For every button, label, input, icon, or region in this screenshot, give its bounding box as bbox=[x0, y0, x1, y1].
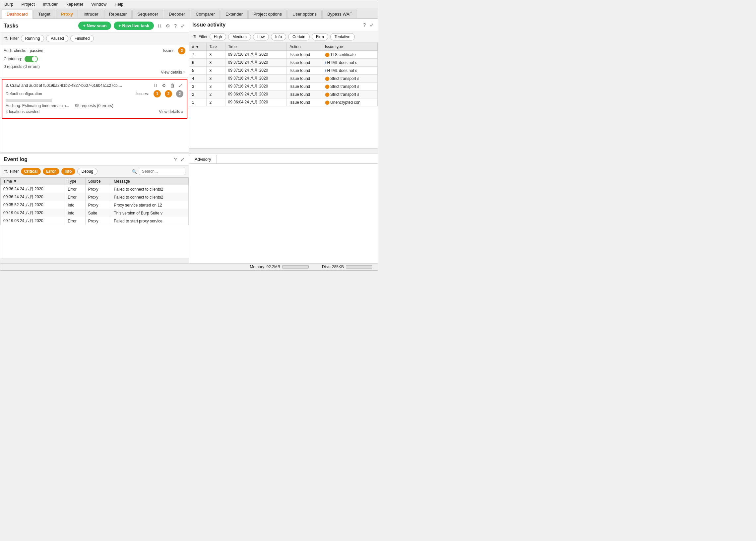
tab-dashboard[interactable]: Dashboard bbox=[2, 10, 33, 19]
event-log-row[interactable]: 09:35:52 24 八月 2020 Info Proxy Proxy ser… bbox=[1, 201, 189, 209]
tasks-filter-finished[interactable]: Finished bbox=[70, 35, 94, 42]
issue-activity-row[interactable]: 7 3 09:37:16 24 八月 2020 Issue found ⬤ TL… bbox=[189, 51, 378, 59]
event-log-row[interactable]: 09:19:04 24 八月 2020 Info Suite This vers… bbox=[1, 209, 189, 217]
menu-project[interactable]: Project bbox=[20, 1, 36, 7]
task-crawl-settings-btn[interactable]: ⚙ bbox=[161, 82, 167, 89]
new-live-task-button[interactable]: + New live task bbox=[114, 22, 154, 30]
tab-comparer[interactable]: Comparer bbox=[191, 10, 220, 18]
task-crawl-view-details[interactable]: View details » bbox=[159, 109, 183, 114]
menu-intruder[interactable]: Intruder bbox=[41, 1, 59, 7]
event-log-row[interactable]: 09:19:03 24 八月 2020 Error Proxy Failed t… bbox=[1, 217, 189, 225]
event-log-search-input[interactable] bbox=[139, 168, 185, 175]
issue-filter-low[interactable]: Low bbox=[253, 33, 269, 40]
event-message: Proxy service started on 12 bbox=[111, 201, 189, 209]
task-passive-view-details[interactable]: View details » bbox=[4, 70, 185, 75]
expand-tasks-button[interactable]: ⤢ bbox=[180, 23, 185, 29]
help-tasks-button[interactable]: ? bbox=[173, 23, 177, 29]
advisory-tab-item[interactable]: Advisory bbox=[189, 155, 217, 164]
tab-user-options[interactable]: User options bbox=[288, 10, 322, 18]
issue-activity-scrollbar[interactable] bbox=[189, 148, 378, 153]
new-scan-button[interactable]: + New scan bbox=[78, 22, 111, 30]
issue-activity-row[interactable]: 6 3 09:37:16 24 八月 2020 Issue found i HT… bbox=[189, 59, 378, 67]
issue-filter-high[interactable]: High bbox=[210, 33, 227, 40]
tasks-filter-icon[interactable]: ⚗ bbox=[4, 36, 8, 41]
tab-repeater[interactable]: Repeater bbox=[104, 10, 132, 18]
issue-task: 3 bbox=[207, 83, 225, 91]
tasks-header: Tasks + New scan + New live task ⏸ ⚙ ? ⤢ bbox=[0, 19, 189, 33]
issue-activity-filter-icon[interactable]: ⚗ bbox=[192, 34, 197, 39]
task-item-crawl: 3. Crawl and audit of f50c9ba2-91b2-4827… bbox=[2, 79, 187, 119]
issue-time: 09:37:16 24 八月 2020 bbox=[225, 51, 287, 59]
issue-activity-row[interactable]: 3 3 09:37:16 24 八月 2020 Issue found ⬤ St… bbox=[189, 83, 378, 91]
event-type: Info bbox=[65, 201, 86, 209]
tasks-filter-bar: ⚗ Filter Running Paused Finished bbox=[0, 33, 189, 44]
event-log-help-btn[interactable]: ? bbox=[173, 156, 177, 163]
issue-num: 1 bbox=[189, 99, 207, 106]
tab-project-options[interactable]: Project options bbox=[248, 10, 287, 18]
issue-type: ⬤ Strict transport s bbox=[322, 83, 378, 91]
tab-target[interactable]: Target bbox=[34, 10, 55, 18]
tab-intruder[interactable]: Intruder bbox=[79, 10, 103, 18]
event-log-row[interactable]: 09:36:24 24 八月 2020 Error Proxy Failed t… bbox=[1, 185, 189, 193]
issue-time: 09:37:16 24 八月 2020 bbox=[225, 59, 287, 67]
event-log-scrollbar[interactable] bbox=[0, 259, 189, 263]
event-log-filter-icon[interactable]: ⚗ bbox=[4, 169, 8, 174]
menu-help[interactable]: Help bbox=[113, 1, 125, 7]
event-log-expand-btn[interactable]: ⤢ bbox=[180, 156, 185, 163]
menu-repeater[interactable]: Repeater bbox=[64, 1, 85, 7]
issue-col-time[interactable]: Time bbox=[225, 43, 287, 51]
issue-activity-row[interactable]: 4 3 09:37:16 24 八月 2020 Issue found ⬤ St… bbox=[189, 75, 378, 83]
tab-proxy[interactable]: Proxy bbox=[56, 10, 78, 18]
event-log-debug-btn[interactable]: Debug bbox=[77, 168, 98, 175]
issue-col-task[interactable]: Task bbox=[207, 43, 225, 51]
task-crawl-badge2: 2 bbox=[165, 90, 172, 98]
task-crawl-pause-btn[interactable]: ⏸ bbox=[153, 82, 159, 89]
col-message[interactable]: Message bbox=[111, 178, 189, 185]
issue-filter-medium[interactable]: Medium bbox=[228, 33, 251, 40]
issue-activity-row[interactable]: 5 3 09:37:16 24 八月 2020 Issue found i HT… bbox=[189, 67, 378, 75]
issue-activity-row[interactable]: 2 2 09:36:09 24 八月 2020 Issue found ⬤ St… bbox=[189, 91, 378, 99]
task-crawl-open-btn[interactable]: ⤢ bbox=[178, 82, 183, 89]
issue-activity-expand-btn[interactable]: ⤢ bbox=[369, 22, 375, 28]
tab-extender[interactable]: Extender bbox=[221, 10, 248, 18]
issue-activity-help-btn[interactable]: ? bbox=[363, 22, 367, 28]
event-log-row[interactable]: 09:36:24 24 八月 2020 Error Proxy Failed t… bbox=[1, 193, 189, 201]
issue-num: 2 bbox=[189, 91, 207, 99]
issue-task: 3 bbox=[207, 75, 225, 83]
issue-time: 09:36:09 24 八月 2020 bbox=[225, 91, 287, 99]
tasks-filter-paused[interactable]: Paused bbox=[46, 35, 68, 42]
pause-all-button[interactable]: ⏸ bbox=[157, 23, 163, 29]
advisory-panel: Advisory bbox=[189, 153, 378, 263]
menu-burp[interactable]: Burp bbox=[3, 1, 15, 7]
event-log-critical-btn[interactable]: Critical bbox=[21, 168, 41, 175]
issue-col-type[interactable]: Issue type bbox=[322, 43, 378, 51]
issue-activity-row[interactable]: 1 2 09:36:04 24 八月 2020 Issue found ⬤ Un… bbox=[189, 99, 378, 106]
issue-filter-firm[interactable]: Firm bbox=[312, 33, 328, 40]
task-passive-capture-toggle[interactable] bbox=[25, 56, 38, 62]
col-type[interactable]: Type bbox=[65, 178, 86, 185]
event-log-header: Event log ? ⤢ bbox=[0, 154, 189, 166]
tab-sequencer[interactable]: Sequencer bbox=[132, 10, 163, 18]
task-passive-title: Audit checks - passive bbox=[4, 48, 160, 53]
tab-decoder[interactable]: Decoder bbox=[164, 10, 190, 18]
issue-task: 3 bbox=[207, 51, 225, 59]
col-time[interactable]: Time ▼ bbox=[1, 178, 65, 185]
menu-window[interactable]: Window bbox=[90, 1, 108, 7]
event-log-info-btn[interactable]: Info bbox=[61, 168, 75, 175]
col-source[interactable]: Source bbox=[85, 178, 111, 185]
memory-label: Memory: 92.2MB bbox=[250, 265, 280, 269]
tab-bypass-waf[interactable]: Bypass WAF bbox=[322, 10, 357, 18]
issue-filter-info[interactable]: Info bbox=[271, 33, 286, 40]
task-crawl-delete-btn[interactable]: 🗑 bbox=[170, 82, 175, 89]
event-log-error-btn[interactable]: Error bbox=[43, 168, 59, 175]
issue-col-action[interactable]: Action bbox=[287, 43, 322, 51]
tasks-filter-running[interactable]: Running bbox=[21, 35, 44, 42]
settings-button[interactable]: ⚙ bbox=[165, 23, 171, 29]
issue-filter-certain[interactable]: Certain bbox=[288, 33, 310, 40]
issue-filter-tentative[interactable]: Tentative bbox=[330, 33, 355, 40]
event-source: Proxy bbox=[85, 185, 111, 193]
issue-num: 5 bbox=[189, 67, 207, 75]
task-passive-requests: 0 requests (0 errors) bbox=[4, 64, 185, 70]
issue-type: ⬤ Strict transport s bbox=[322, 91, 378, 99]
issue-col-num[interactable]: # ▼ bbox=[189, 43, 207, 51]
